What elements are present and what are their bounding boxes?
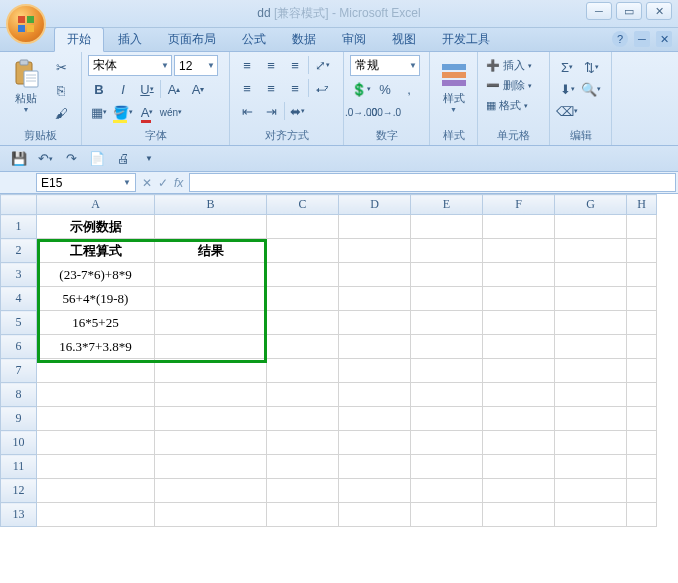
- font-name-combo[interactable]: 宋体▼: [88, 55, 172, 76]
- cell[interactable]: [37, 503, 155, 527]
- cell[interactable]: [627, 503, 657, 527]
- cell[interactable]: [339, 359, 411, 383]
- cell[interactable]: [555, 311, 627, 335]
- tab-home[interactable]: 开始: [54, 27, 104, 52]
- row-header[interactable]: 13: [1, 503, 37, 527]
- cell[interactable]: (23-7*6)+8*9: [37, 263, 155, 287]
- cell[interactable]: [627, 383, 657, 407]
- cell[interactable]: [267, 431, 339, 455]
- cell[interactable]: [411, 311, 483, 335]
- close-button[interactable]: ✕: [646, 2, 672, 20]
- decrease-decimal-button[interactable]: .00→.0: [374, 102, 396, 122]
- row-header[interactable]: 9: [1, 407, 37, 431]
- cell[interactable]: [267, 215, 339, 239]
- col-header-A[interactable]: A: [37, 195, 155, 215]
- autosum-button[interactable]: Σ▾: [556, 57, 578, 77]
- cell[interactable]: [555, 431, 627, 455]
- cell[interactable]: [267, 455, 339, 479]
- paste-button[interactable]: 粘贴 ▼: [6, 55, 46, 126]
- cell[interactable]: [411, 335, 483, 359]
- tab-formulas[interactable]: 公式: [230, 28, 278, 51]
- cell[interactable]: [411, 215, 483, 239]
- sort-filter-button[interactable]: ⇅▾: [580, 57, 602, 77]
- redo-button[interactable]: ↷: [60, 149, 82, 169]
- cell[interactable]: [411, 383, 483, 407]
- increase-indent-button[interactable]: ⇥: [260, 101, 282, 121]
- cell[interactable]: [267, 359, 339, 383]
- col-header-E[interactable]: E: [411, 195, 483, 215]
- fx-icon[interactable]: fx: [174, 176, 183, 190]
- cell[interactable]: [155, 455, 267, 479]
- enter-formula-icon[interactable]: ✓: [158, 176, 168, 190]
- cell[interactable]: [339, 335, 411, 359]
- cell[interactable]: [155, 479, 267, 503]
- align-left-button[interactable]: ≡: [236, 78, 258, 98]
- cell[interactable]: [555, 383, 627, 407]
- cell[interactable]: [155, 311, 267, 335]
- row-header[interactable]: 2: [1, 239, 37, 263]
- cell[interactable]: [483, 479, 555, 503]
- cell[interactable]: [155, 263, 267, 287]
- align-top-button[interactable]: ≡: [236, 55, 258, 75]
- cell[interactable]: [555, 455, 627, 479]
- delete-cells-button[interactable]: ➖删除▾: [484, 77, 543, 94]
- chevron-down-icon[interactable]: ▼: [123, 178, 131, 187]
- cell[interactable]: [411, 479, 483, 503]
- cell[interactable]: [37, 359, 155, 383]
- cell[interactable]: [627, 311, 657, 335]
- insert-cells-button[interactable]: ➕插入▾: [484, 57, 543, 74]
- cell[interactable]: [483, 311, 555, 335]
- cell[interactable]: [627, 359, 657, 383]
- cell[interactable]: [483, 503, 555, 527]
- new-button[interactable]: 📄: [86, 149, 108, 169]
- cell[interactable]: [627, 431, 657, 455]
- cell[interactable]: [155, 503, 267, 527]
- cell[interactable]: [555, 479, 627, 503]
- cell[interactable]: [339, 503, 411, 527]
- cell[interactable]: [339, 311, 411, 335]
- cell[interactable]: 16*5+25: [37, 311, 155, 335]
- qat-customize-icon[interactable]: ▼: [138, 149, 160, 169]
- cell[interactable]: [339, 287, 411, 311]
- cancel-formula-icon[interactable]: ✕: [142, 176, 152, 190]
- cell[interactable]: [411, 239, 483, 263]
- cell[interactable]: [267, 239, 339, 263]
- grow-font-button[interactable]: A▴: [163, 79, 185, 99]
- merge-center-button[interactable]: ⬌▾: [287, 101, 308, 121]
- align-middle-button[interactable]: ≡: [260, 55, 282, 75]
- decrease-indent-button[interactable]: ⇤: [236, 101, 258, 121]
- cell[interactable]: [37, 455, 155, 479]
- orientation-button[interactable]: ⤢▾: [311, 55, 333, 75]
- col-header-G[interactable]: G: [555, 195, 627, 215]
- comma-button[interactable]: ,: [398, 79, 420, 99]
- styles-button[interactable]: 样式 ▼: [436, 55, 471, 126]
- cell[interactable]: [483, 239, 555, 263]
- tab-insert[interactable]: 插入: [106, 28, 154, 51]
- office-button[interactable]: [6, 4, 46, 44]
- cell[interactable]: [483, 263, 555, 287]
- bold-button[interactable]: B: [88, 79, 110, 99]
- row-header[interactable]: 4: [1, 287, 37, 311]
- select-all-corner[interactable]: [1, 195, 37, 215]
- cell[interactable]: [155, 335, 267, 359]
- cell[interactable]: [155, 287, 267, 311]
- undo-button[interactable]: ↶▾: [34, 149, 56, 169]
- cell[interactable]: [555, 407, 627, 431]
- cell[interactable]: [555, 287, 627, 311]
- cell[interactable]: [267, 383, 339, 407]
- print-button[interactable]: 🖨: [112, 149, 134, 169]
- tab-review[interactable]: 审阅: [330, 28, 378, 51]
- format-painter-button[interactable]: 🖌: [50, 103, 72, 123]
- clear-button[interactable]: ⌫▾: [556, 101, 578, 121]
- cell[interactable]: [155, 431, 267, 455]
- formula-input[interactable]: [189, 173, 676, 192]
- cell[interactable]: [627, 335, 657, 359]
- row-header[interactable]: 3: [1, 263, 37, 287]
- help-icon[interactable]: ?: [612, 31, 628, 47]
- cell[interactable]: [483, 431, 555, 455]
- cell[interactable]: [37, 431, 155, 455]
- cell[interactable]: [267, 263, 339, 287]
- cell[interactable]: [37, 479, 155, 503]
- cell[interactable]: [483, 383, 555, 407]
- ribbon-close-icon[interactable]: ✕: [656, 31, 672, 47]
